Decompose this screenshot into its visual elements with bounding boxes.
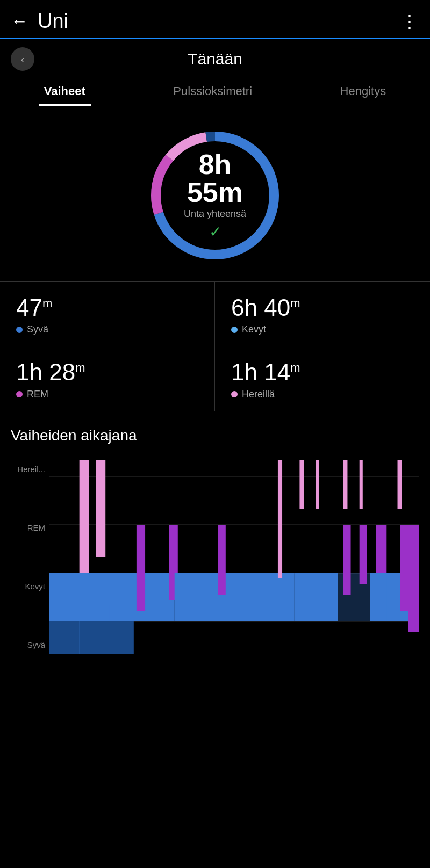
- stat-syva: 47m Syvä: [0, 282, 215, 346]
- tab-hengitys[interactable]: Hengitys: [335, 79, 392, 106]
- stat-hereilla: 1h 14m Hereillä: [215, 346, 430, 410]
- more-button[interactable]: ⋮: [401, 11, 419, 32]
- date-navigation: ‹ Tänään: [0, 39, 430, 74]
- label-syva: Syvä: [11, 640, 49, 649]
- stats-grid: 47m Syvä 6h 40m Kevyt 1h 28m REM 1h 14m …: [0, 281, 430, 411]
- svg-rect-33: [398, 460, 402, 509]
- sleep-chart: Hereil... REM Kevyt Syvä: [11, 460, 419, 654]
- svg-rect-22: [316, 460, 319, 509]
- donut-chart: 8h 55m Unta yhteensä ✓: [145, 126, 285, 265]
- sleep-total-time: 8h 55m: [180, 150, 250, 206]
- svg-rect-30: [376, 525, 386, 573]
- syva-dot: [16, 327, 23, 333]
- svg-rect-18: [175, 573, 295, 621]
- svg-rect-13: [96, 460, 105, 557]
- label-hereilla: Hereil...: [11, 465, 49, 474]
- rem-value: 1h 28m: [16, 359, 198, 385]
- page-title: Uni: [38, 10, 68, 33]
- chart-svg: [49, 460, 419, 654]
- donut-center: 8h 55m Unta yhteensä ✓: [180, 150, 250, 241]
- svg-rect-26: [343, 460, 347, 509]
- hereilla-dot: [231, 391, 238, 397]
- svg-rect-19: [218, 525, 226, 595]
- svg-rect-34: [49, 621, 80, 654]
- stat-kevyt: 6h 40m Kevyt: [215, 282, 430, 346]
- svg-rect-25: [360, 525, 367, 584]
- header: ← Uni ⋮: [0, 0, 430, 39]
- rem-dot: [16, 391, 23, 397]
- syva-value: 47m: [16, 295, 198, 321]
- rem-label: REM: [16, 389, 198, 400]
- tab-pulssioksimetri[interactable]: Pulssioksimetri: [168, 79, 257, 106]
- stat-rem: 1h 28m REM: [0, 346, 215, 410]
- chart-y-labels: Hereil... REM Kevyt Syvä: [11, 460, 49, 654]
- syva-label: Syvä: [16, 324, 198, 335]
- svg-rect-32: [408, 525, 419, 632]
- kevyt-label: Kevyt: [231, 324, 414, 335]
- svg-rect-27: [360, 460, 363, 509]
- svg-rect-16: [137, 525, 145, 611]
- svg-rect-23: [294, 573, 338, 621]
- svg-rect-20: [278, 460, 282, 578]
- header-left: ← Uni: [11, 10, 68, 33]
- svg-rect-35: [80, 621, 134, 654]
- sleep-goal-check: ✓: [180, 223, 250, 241]
- prev-date-button[interactable]: ‹: [11, 47, 34, 71]
- timeline-section: Vaiheiden aikajana Hereil... REM Kevyt S…: [0, 411, 430, 654]
- tab-vaiheet[interactable]: Vaiheet: [39, 79, 91, 106]
- donut-section: 8h 55m Unta yhteensä ✓: [0, 106, 430, 281]
- kevyt-value: 6h 40m: [231, 295, 414, 321]
- hereilla-value: 1h 14m: [231, 359, 414, 385]
- kevyt-dot: [231, 327, 238, 333]
- chart-body: [49, 460, 419, 654]
- label-kevyt: Kevyt: [11, 582, 49, 591]
- label-rem: REM: [11, 523, 49, 532]
- sleep-total-label: Unta yhteensä: [180, 208, 250, 220]
- svg-rect-24: [343, 525, 350, 595]
- tabs-bar: Vaiheet Pulssioksimetri Hengitys: [0, 74, 430, 106]
- timeline-title: Vaiheiden aikajana: [11, 427, 419, 444]
- date-label: Tänään: [188, 50, 242, 68]
- svg-rect-21: [299, 460, 304, 509]
- hereilla-label: Hereillä: [231, 389, 414, 400]
- back-button[interactable]: ←: [11, 11, 28, 31]
- svg-rect-11: [49, 573, 66, 621]
